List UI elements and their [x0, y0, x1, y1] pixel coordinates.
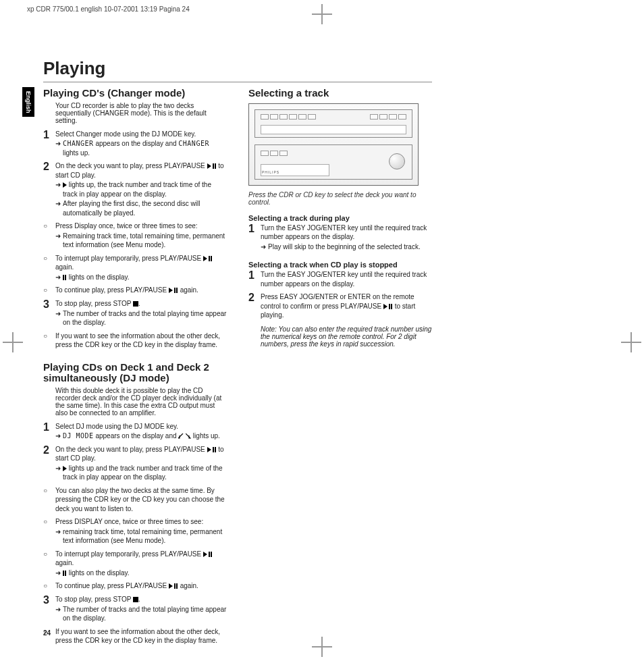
play-pause-icon	[207, 447, 217, 452]
optional-step: ○ If you want to see the information abo…	[43, 332, 227, 350]
step: 1 Select Changer mode using the DJ MODE …	[43, 130, 227, 158]
step: 2 Press EASY JOG/ENTER or ENTER on the r…	[248, 292, 432, 320]
step-body: On the deck you want to play, press PLAY…	[55, 161, 227, 217]
section-title-select: Selecting a track	[248, 88, 432, 99]
step: 2 On the deck you want to play, press PL…	[43, 445, 227, 482]
result-arrow-icon: ➜	[55, 569, 63, 578]
step-number: 2	[248, 292, 261, 320]
play-pause-icon	[169, 583, 178, 589]
page-title: Playing	[43, 58, 533, 79]
bullet-icon: ○	[43, 332, 55, 350]
bullet-icon: ○	[43, 221, 55, 250]
result-arrow-icon: ➜	[55, 464, 63, 482]
brand-label: PHILIPS	[262, 170, 279, 174]
right-column: Selecting a track PHILIPS Press the CD	[248, 88, 432, 650]
result-arrow-icon: ➜	[55, 273, 63, 282]
step: 2 On the deck you want to play, press PL…	[43, 161, 227, 217]
result-arrow-icon: ➜	[55, 527, 63, 546]
result-arrow-icon: ➜	[55, 431, 63, 441]
play-pause-icon	[203, 552, 213, 557]
page-content: Playing Playing CD's (Changer mode) Your…	[43, 58, 533, 634]
step-number: 2	[43, 161, 55, 217]
play-pause-icon	[383, 304, 393, 309]
result-arrow-icon: ➜	[55, 180, 63, 199]
stop-icon	[133, 301, 138, 307]
section-title-dj: Playing CDs on Deck 1 and Deck 2 simulta…	[43, 362, 227, 384]
subheading: Selecting a track when CD play is stoppe…	[248, 261, 432, 269]
result-arrow-icon: ➜	[55, 309, 63, 327]
subheading: Selecting a track during play	[248, 214, 432, 222]
bullet-icon: ○	[43, 286, 55, 295]
step-number: 3	[43, 299, 55, 327]
optional-step: ○ Press Display once, twice or three tim…	[43, 221, 227, 250]
play-pause-icon	[169, 288, 178, 293]
step-number: 1	[248, 223, 261, 252]
step: 3 To stop play, press STOP . ➜The number…	[43, 299, 227, 327]
step-number: 1	[43, 130, 55, 158]
page-number: 24	[43, 629, 51, 637]
step: 1 Turn the EASY JOG/ENTER key until the …	[248, 223, 432, 252]
bullet-icon: ○	[43, 486, 55, 514]
result-arrow-icon: ➜	[55, 232, 63, 250]
intro-dj: With this double deck it is possible to …	[55, 387, 227, 417]
optional-step: ○ To interrupt play temporarily, press P…	[43, 550, 227, 578]
dj-left-icon	[178, 433, 184, 439]
crop-mark-left	[3, 332, 23, 352]
bullet-icon: ○	[43, 517, 55, 546]
note-text: Note: You can also enter the required tr…	[261, 325, 432, 348]
dj-right-icon	[186, 433, 191, 439]
step: 1 Turn the EASY JOG/ENTER key until the …	[248, 270, 432, 288]
optional-step: ○ Press DISPLAY once, twice or three tim…	[43, 517, 227, 546]
bullet-icon: ○	[43, 581, 55, 591]
bullet-icon: ○	[43, 550, 55, 578]
section-title-changer: Playing CD's (Changer mode)	[43, 88, 227, 99]
title-rule	[43, 82, 432, 82]
print-header: xp CDR 775/00.1 english 10-07-2001 13:19…	[27, 5, 190, 13]
crop-mark-right	[621, 332, 641, 352]
step-body: Select Changer mode using the DJ MODE ke…	[55, 130, 227, 158]
language-tab: English	[22, 87, 34, 117]
optional-step: ○ To interrupt play temporarily, press P…	[43, 254, 227, 282]
optional-step: ○ You can also play the two decks at the…	[43, 486, 227, 514]
step-number: 2	[43, 445, 55, 482]
step-number: 1	[248, 270, 261, 288]
result-arrow-icon: ➜	[55, 139, 63, 157]
stop-icon	[133, 597, 138, 602]
step-number: 3	[43, 595, 55, 623]
device-illustration: PHILIPS	[248, 103, 419, 186]
left-column: Playing CD's (Changer mode) Your CD reco…	[43, 88, 227, 650]
step-number: 1	[43, 422, 55, 441]
optional-step: ○ To continue play, press PLAY/PAUSE aga…	[43, 286, 227, 295]
step: 1 Select DJ mode using the DJ MODE key. …	[43, 422, 227, 441]
result-arrow-icon: ➜	[55, 605, 63, 623]
optional-step: ○ To continue play, press PLAY/PAUSE aga…	[43, 581, 227, 591]
bullet-icon: ○	[43, 254, 55, 282]
optional-step: ○ If you want to see the information abo…	[43, 627, 227, 645]
figure-caption: Press the CDR or CD key to select the de…	[248, 191, 432, 206]
crop-mark-top	[312, 4, 332, 24]
play-pause-icon	[207, 163, 217, 169]
manual-page: xp CDR 775/00.1 english 10-07-2001 13:19…	[0, 0, 644, 661]
intro-changer: Your CD recorder is able to play the two…	[55, 102, 227, 124]
step: 3 To stop play, press STOP . ➜The number…	[43, 595, 227, 623]
play-pause-icon	[203, 256, 213, 261]
result-arrow-icon: ➜	[55, 199, 63, 217]
result-arrow-icon: ➜	[261, 242, 268, 252]
